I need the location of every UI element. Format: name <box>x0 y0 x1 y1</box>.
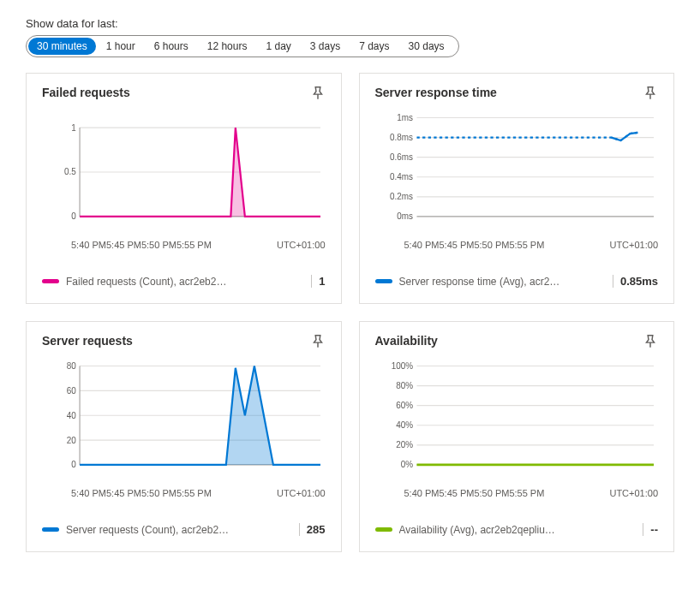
svg-text:80: 80 <box>67 361 76 371</box>
chart-legend[interactable]: Server response time (Avg), acr2… 0.85ms <box>375 275 659 288</box>
legend-swatch <box>42 279 59 283</box>
card-title: Failed requests <box>42 86 130 99</box>
pin-icon[interactable] <box>310 86 326 101</box>
svg-text:60%: 60% <box>396 401 413 410</box>
pin-icon[interactable] <box>643 334 658 349</box>
svg-text:0%: 0% <box>400 460 412 469</box>
svg-text:0.6ms: 0.6ms <box>390 152 413 162</box>
svg-text:0ms: 0ms <box>397 211 413 221</box>
timezone-label: UTC+01:00 <box>609 488 658 498</box>
svg-text:0.4ms: 0.4ms <box>390 172 413 181</box>
svg-text:1: 1 <box>71 122 76 132</box>
time-pill-30days[interactable]: 30 days <box>400 38 453 55</box>
legend-swatch <box>375 279 392 283</box>
time-pill-30min[interactable]: 30 minutes <box>28 38 96 55</box>
svg-text:0.5: 0.5 <box>64 167 76 176</box>
legend-value: -- <box>643 523 658 536</box>
svg-text:0: 0 <box>71 211 76 221</box>
chart-legend[interactable]: Server requests (Count), acr2eb2… 285 <box>42 523 326 536</box>
time-pill-6hours[interactable]: 6 hours <box>146 38 197 55</box>
legend-value: 285 <box>299 523 326 536</box>
time-pill-1day[interactable]: 1 day <box>257 38 299 55</box>
legend-label: Server requests (Count), acr2eb2… <box>66 524 292 536</box>
legend-label: Failed requests (Count), acr2eb2… <box>66 276 304 288</box>
pin-icon[interactable] <box>310 334 326 349</box>
timezone-label: UTC+01:00 <box>277 240 326 250</box>
card-server-response-time: Server response time 1ms 0.8ms 0.6ms 0.4… <box>359 73 675 304</box>
x-axis-ticks: 5:40 PM5:45 PM5:50 PM5:55 PM <box>404 240 545 250</box>
chart-legend[interactable]: Availability (Avg), acr2eb2qepliu… -- <box>375 523 659 536</box>
time-pill-3days[interactable]: 3 days <box>302 38 349 55</box>
svg-text:20: 20 <box>67 435 76 444</box>
chart-availability: 100% 80% 60% 40% 20% 0% <box>375 356 659 485</box>
time-pill-12hours[interactable]: 12 hours <box>199 38 256 55</box>
time-range-selector: 30 minutes 1 hour 6 hours 12 hours 1 day… <box>26 35 459 57</box>
chart-server-response-time: 1ms 0.8ms 0.6ms 0.4ms 0.2ms 0ms <box>375 108 659 236</box>
legend-value: 0.85ms <box>613 275 658 288</box>
time-pill-1hour[interactable]: 1 hour <box>98 38 144 55</box>
card-server-requests: Server requests 80 60 40 20 0 <box>26 321 342 552</box>
svg-text:1ms: 1ms <box>397 113 413 122</box>
time-range-label: Show data for last: <box>26 17 674 30</box>
x-axis-ticks: 5:40 PM5:45 PM5:50 PM5:55 PM <box>71 488 212 498</box>
svg-text:60: 60 <box>67 386 76 396</box>
chart-legend[interactable]: Failed requests (Count), acr2eb2… 1 <box>42 275 326 288</box>
timezone-label: UTC+01:00 <box>609 240 658 250</box>
legend-value: 1 <box>311 275 325 288</box>
legend-label: Server response time (Avg), acr2… <box>399 276 606 288</box>
svg-text:40%: 40% <box>396 420 413 430</box>
chart-failed-requests: 1 0.5 0 <box>42 108 326 236</box>
chart-server-requests: 80 60 40 20 0 <box>42 356 326 485</box>
pin-icon[interactable] <box>643 86 658 101</box>
svg-text:0.8ms: 0.8ms <box>390 133 413 142</box>
svg-text:0.2ms: 0.2ms <box>390 192 413 201</box>
svg-text:80%: 80% <box>396 381 413 390</box>
svg-text:40: 40 <box>67 410 76 419</box>
legend-swatch <box>42 527 59 532</box>
card-title: Availability <box>375 334 438 348</box>
card-failed-requests: Failed requests 1 0.5 0 5:40 PM5:45 PM5:… <box>26 73 342 304</box>
card-title: Server response time <box>375 86 497 99</box>
svg-text:20%: 20% <box>396 440 413 449</box>
legend-label: Availability (Avg), acr2eb2qepliu… <box>399 524 637 536</box>
card-title: Server requests <box>42 334 133 348</box>
svg-text:0: 0 <box>71 460 76 469</box>
card-availability: Availability 100% 80% 60% 40% 20% 0% <box>359 321 675 552</box>
x-axis-ticks: 5:40 PM5:45 PM5:50 PM5:55 PM <box>71 240 212 250</box>
timezone-label: UTC+01:00 <box>277 488 326 498</box>
svg-text:100%: 100% <box>391 361 412 371</box>
time-pill-7days[interactable]: 7 days <box>350 38 398 55</box>
legend-swatch <box>375 527 392 532</box>
x-axis-ticks: 5:40 PM5:45 PM5:50 PM5:55 PM <box>404 488 545 498</box>
